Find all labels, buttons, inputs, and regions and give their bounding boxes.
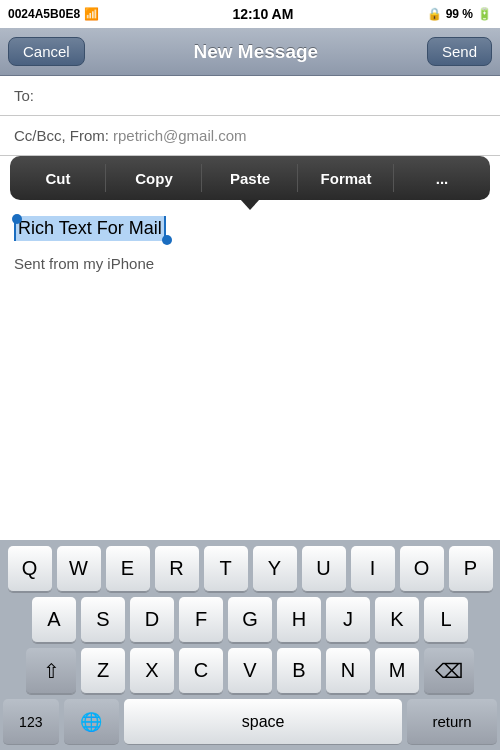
to-field[interactable]: To: xyxy=(0,76,500,116)
copy-menu-item[interactable]: Copy xyxy=(106,156,202,200)
status-left: 0024A5B0E8 📶 xyxy=(8,7,99,21)
nav-bar: Cancel New Message Send xyxy=(0,28,500,76)
key-c[interactable]: C xyxy=(179,648,223,694)
cancel-button[interactable]: Cancel xyxy=(8,37,85,66)
more-menu-item[interactable]: ... xyxy=(394,156,490,200)
key-space[interactable]: space xyxy=(124,699,402,745)
key-h[interactable]: H xyxy=(277,597,321,643)
status-bar: 0024A5B0E8 📶 12:10 AM 🔒 99 % 🔋 xyxy=(0,0,500,28)
status-time: 12:10 AM xyxy=(232,6,293,22)
key-l[interactable]: L xyxy=(424,597,468,643)
key-e[interactable]: E xyxy=(106,546,150,592)
key-t[interactable]: T xyxy=(204,546,248,592)
wifi-icon: 📶 xyxy=(84,7,99,21)
key-y[interactable]: Y xyxy=(253,546,297,592)
key-n[interactable]: N xyxy=(326,648,370,694)
key-d[interactable]: D xyxy=(130,597,174,643)
key-return[interactable]: return xyxy=(407,699,497,745)
sent-from-text: Sent from my iPhone xyxy=(0,249,500,278)
key-z[interactable]: Z xyxy=(81,648,125,694)
email-body[interactable]: Cut Copy Paste Format ... Rich Text For … xyxy=(0,156,500,249)
battery-icon: 🔋 xyxy=(477,7,492,21)
format-menu-item[interactable]: Format xyxy=(298,156,394,200)
key-x[interactable]: X xyxy=(130,648,174,694)
to-label: To: xyxy=(14,87,34,104)
key-m[interactable]: M xyxy=(375,648,419,694)
key-p[interactable]: P xyxy=(449,546,493,592)
key-b[interactable]: B xyxy=(277,648,321,694)
battery-text: 99 % xyxy=(446,7,473,21)
keyboard-bottom-row: 123 🌐 space return xyxy=(0,699,500,750)
send-button[interactable]: Send xyxy=(427,37,492,66)
key-g[interactable]: G xyxy=(228,597,272,643)
key-r[interactable]: R xyxy=(155,546,199,592)
key-backspace[interactable]: ⌫ xyxy=(424,648,474,694)
carrier-text: 0024A5B0E8 xyxy=(8,7,80,21)
key-globe[interactable]: 🌐 xyxy=(64,699,120,745)
key-a[interactable]: A xyxy=(32,597,76,643)
key-f[interactable]: F xyxy=(179,597,223,643)
selection-handle-right xyxy=(162,235,172,245)
keyboard-row-3: ⇧ Z X C V B N M ⌫ xyxy=(0,648,500,694)
cc-bcc-field[interactable]: Cc/Bcc, From: rpetrich@gmail.com xyxy=(0,116,500,156)
cut-menu-item[interactable]: Cut xyxy=(10,156,106,200)
key-numbers[interactable]: 123 xyxy=(3,699,59,745)
key-j[interactable]: J xyxy=(326,597,370,643)
status-right: 🔒 99 % 🔋 xyxy=(427,7,492,21)
keyboard: Q W E R T Y U I O P A S D F G H J K L ⇧ … xyxy=(0,540,500,750)
selected-text-area: Rich Text For Mail xyxy=(14,216,166,241)
key-shift[interactable]: ⇧ xyxy=(26,648,76,694)
paste-menu-item[interactable]: Paste xyxy=(202,156,298,200)
selected-text: Rich Text For Mail xyxy=(14,216,166,241)
lock-icon: 🔒 xyxy=(427,7,442,21)
from-email: rpetrich@gmail.com xyxy=(113,127,247,144)
key-i[interactable]: I xyxy=(351,546,395,592)
key-v[interactable]: V xyxy=(228,648,272,694)
key-s[interactable]: S xyxy=(81,597,125,643)
key-w[interactable]: W xyxy=(57,546,101,592)
sent-from-label: Sent from my iPhone xyxy=(14,255,154,272)
key-q[interactable]: Q xyxy=(8,546,52,592)
key-u[interactable]: U xyxy=(302,546,346,592)
selection-handle-left xyxy=(12,214,22,224)
cc-bcc-label: Cc/Bcc, From: xyxy=(14,127,109,144)
context-menu: Cut Copy Paste Format ... xyxy=(10,156,490,200)
keyboard-row-1: Q W E R T Y U I O P xyxy=(0,546,500,592)
key-k[interactable]: K xyxy=(375,597,419,643)
nav-title: New Message xyxy=(194,41,319,63)
key-o[interactable]: O xyxy=(400,546,444,592)
keyboard-row-2: A S D F G H J K L xyxy=(0,597,500,643)
